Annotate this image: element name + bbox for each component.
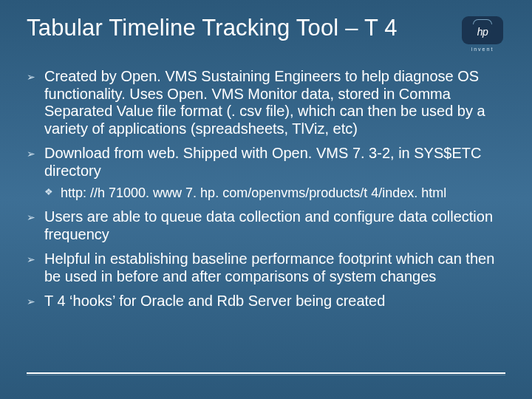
bullet-text: Users are able to queue data collection … (44, 208, 493, 242)
bullet-item: ➢ Download from web. Shipped with Open. … (27, 145, 505, 201)
slide-title: Tabular Timeline Tracking Tool – T 4 (27, 15, 460, 41)
sub-bullet-item: ❖ http: //h 71000. www 7. hp. com/openvm… (44, 185, 505, 202)
hp-logo-text: hp (477, 26, 488, 38)
chevron-right-icon: ➢ (27, 148, 35, 160)
sub-bullet-list: ❖ http: //h 71000. www 7. hp. com/openvm… (44, 185, 505, 202)
slide: Tabular Timeline Tracking Tool – T 4 hp … (0, 0, 532, 399)
hp-logo: hp invent (460, 16, 505, 52)
bullet-item: ➢ T 4 ‘hooks’ for Oracle and Rdb Server … (27, 293, 505, 310)
title-row: Tabular Timeline Tracking Tool – T 4 hp … (27, 15, 505, 52)
diamond-icon: ❖ (44, 186, 53, 198)
bullet-text: Created by Open. VMS Sustaining Engineer… (44, 68, 485, 137)
bullet-text: Download from web. Shipped with Open. VM… (44, 145, 481, 179)
bullet-item: ➢ Users are able to queue data collectio… (27, 208, 505, 243)
bullet-item: ➢ Helpful in establishing baseline perfo… (27, 250, 505, 285)
sub-bullet-text: http: //h 71000. www 7. hp. com/openvms/… (61, 185, 446, 200)
chevron-right-icon: ➢ (27, 253, 35, 266)
bullet-text: Helpful in establishing baseline perform… (44, 250, 494, 284)
footer-divider (27, 372, 505, 375)
bullet-item: ➢ Created by Open. VMS Sustaining Engine… (27, 68, 505, 137)
bullet-list: ➢ Created by Open. VMS Sustaining Engine… (27, 68, 505, 310)
chevron-right-icon: ➢ (27, 211, 35, 224)
chevron-right-icon: ➢ (27, 71, 35, 83)
hp-logo-tagline: invent (471, 47, 494, 52)
hp-logo-badge: hp (462, 16, 503, 44)
bullet-text: T 4 ‘hooks’ for Oracle and Rdb Server be… (44, 293, 385, 309)
chevron-right-icon: ➢ (27, 296, 35, 308)
content-area: ➢ Created by Open. VMS Sustaining Engine… (27, 68, 505, 310)
